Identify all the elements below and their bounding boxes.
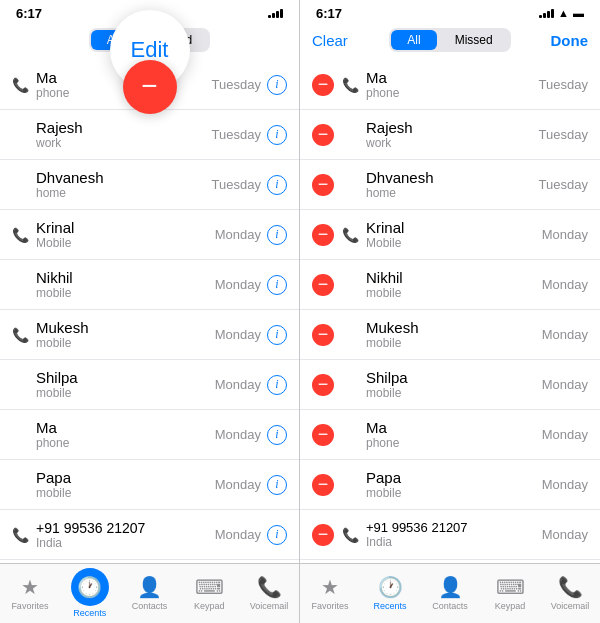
info-button[interactable] [267, 325, 287, 345]
call-day: Monday [542, 277, 588, 292]
call-item-nikhil-right[interactable]: Nikhil mobile Monday [300, 260, 600, 310]
delete-button[interactable] [312, 374, 334, 396]
call-day: Monday [215, 427, 261, 442]
contact-type: Mobile [36, 236, 74, 250]
info-button[interactable] [267, 225, 287, 245]
call-day: Monday [542, 527, 588, 542]
call-day: Monday [542, 327, 588, 342]
call-day: Tuesday [539, 177, 588, 192]
contact-type: phone [366, 86, 399, 100]
status-icons-left [268, 8, 283, 18]
contact-name: Krinal [36, 219, 74, 236]
tab-keypad-left[interactable]: ⌨ Keypad [189, 575, 229, 611]
contact-name: Rajesh [366, 119, 413, 136]
info-button[interactable] [267, 175, 287, 195]
tab-recents-label: Recents [73, 608, 106, 618]
delete-button[interactable] [312, 74, 334, 96]
contact-type: mobile [36, 386, 78, 400]
status-time-left: 6:17 [16, 6, 42, 21]
delete-button[interactable] [312, 274, 334, 296]
tab-contacts-right[interactable]: 👤 Contacts [430, 575, 470, 611]
call-item-ma-2-right[interactable]: Ma phone Monday [300, 410, 600, 460]
call-item-number1-left[interactable]: 📞 +91 99536 21207 India Monday [0, 510, 299, 560]
status-time-right: 6:17 [316, 6, 342, 21]
call-item-rajesh-left[interactable]: Rajesh work Tuesday [0, 110, 299, 160]
tab-contacts-left[interactable]: 👤 Contacts [129, 575, 169, 611]
contact-name: Nikhil [36, 269, 73, 286]
tab-keypad-label: Keypad [194, 601, 225, 611]
contact-name: Shilpa [366, 369, 408, 386]
phone-icon-left: 📞 [12, 327, 28, 343]
delete-button[interactable] [312, 424, 334, 446]
call-item-krinal-right[interactable]: 📞 Krinal Mobile Monday [300, 210, 600, 260]
tab-voicemail-left[interactable]: 📞 Voicemail [249, 575, 289, 611]
call-item-papa-right[interactable]: Papa mobile Monday [300, 460, 600, 510]
call-item-mukesh-left[interactable]: 📞 Mukesh mobile Monday [0, 310, 299, 360]
call-item-ma-2-left[interactable]: Ma phone Monday [0, 410, 299, 460]
call-item-nikhil-left[interactable]: Nikhil mobile Monday [0, 260, 299, 310]
contact-name: +91 99536 21207 [366, 520, 468, 535]
contact-name: Ma [36, 69, 69, 86]
tab-favorites-label: Favorites [311, 601, 348, 611]
delete-button[interactable] [312, 224, 334, 246]
info-button[interactable] [267, 75, 287, 95]
done-button[interactable]: Done [551, 32, 589, 49]
delete-button[interactable] [312, 324, 334, 346]
call-item-number2-right[interactable]: 📞 +91 731-2428162 Monday [300, 560, 600, 563]
contact-type: phone [36, 86, 69, 100]
phone-icon-right: 📞 [342, 527, 358, 543]
call-item-shilpa-right[interactable]: Shilpa mobile Monday [300, 360, 600, 410]
call-day: Tuesday [212, 127, 261, 142]
keypad-icon: ⌨ [195, 575, 224, 599]
contact-type: work [36, 136, 83, 150]
call-day: Monday [215, 377, 261, 392]
phone-icon-left: 📞 [12, 527, 28, 543]
contact-type: mobile [366, 336, 419, 350]
call-item-papa-left[interactable]: Papa mobile Monday [0, 460, 299, 510]
call-item-dhvanesh-left[interactable]: Dhvanesh home Tuesday [0, 160, 299, 210]
call-item-dhvanesh-right[interactable]: Dhvanesh home Tuesday [300, 160, 600, 210]
call-day: Monday [215, 327, 261, 342]
call-item-number1-right[interactable]: 📞 +91 99536 21207 India Monday [300, 510, 600, 560]
info-button[interactable] [267, 425, 287, 445]
seg-missed-right[interactable]: Missed [439, 30, 509, 50]
info-button[interactable] [267, 525, 287, 545]
phone-icon-left: 📞 [12, 77, 28, 93]
tab-favorites-right[interactable]: ★ Favorites [310, 575, 350, 611]
recents-icon: 🕐 [378, 575, 403, 599]
favorites-icon: ★ [21, 575, 39, 599]
delete-button[interactable] [312, 524, 334, 546]
delete-button[interactable] [312, 474, 334, 496]
seg-all-right[interactable]: All [391, 30, 436, 50]
call-item-number2-left[interactable]: 📞 +9 Monday [0, 560, 299, 563]
call-day: Tuesday [212, 77, 261, 92]
info-button[interactable] [267, 375, 287, 395]
call-item-rajesh-right[interactable]: Rajesh work Tuesday [300, 110, 600, 160]
contact-name: Ma [36, 419, 69, 436]
tab-keypad-right[interactable]: ⌨ Keypad [490, 575, 530, 611]
phone-icon-left: 📞 [12, 227, 28, 243]
contact-name: +91 99536 21207 [36, 520, 145, 536]
tab-recents-right[interactable]: 🕐 Recents [370, 575, 410, 611]
phone-icon-right: 📞 [342, 227, 358, 243]
contact-type: mobile [36, 336, 89, 350]
info-button[interactable] [267, 475, 287, 495]
tab-recents-left[interactable]: 🕐 Recents [70, 568, 110, 618]
tab-keypad-label: Keypad [495, 601, 526, 611]
contact-type: phone [36, 436, 69, 450]
call-item-shilpa-left[interactable]: Shilpa mobile Monday [0, 360, 299, 410]
delete-overlay-circle: − [123, 60, 177, 114]
tab-favorites-left[interactable]: ★ Favorites [10, 575, 50, 611]
clear-button[interactable]: Clear [312, 32, 348, 49]
contact-name: Krinal [366, 219, 404, 236]
contacts-icon: 👤 [438, 575, 463, 599]
delete-button[interactable] [312, 174, 334, 196]
info-button[interactable] [267, 125, 287, 145]
contact-type: India [36, 536, 145, 550]
delete-button[interactable] [312, 124, 334, 146]
call-item-krinal-left[interactable]: 📞 Krinal Mobile Monday [0, 210, 299, 260]
call-item-ma-1-right[interactable]: 📞 Ma phone Tuesday [300, 60, 600, 110]
info-button[interactable] [267, 275, 287, 295]
tab-voicemail-right[interactable]: 📞 Voicemail [550, 575, 590, 611]
call-item-mukesh-right[interactable]: Mukesh mobile Monday [300, 310, 600, 360]
